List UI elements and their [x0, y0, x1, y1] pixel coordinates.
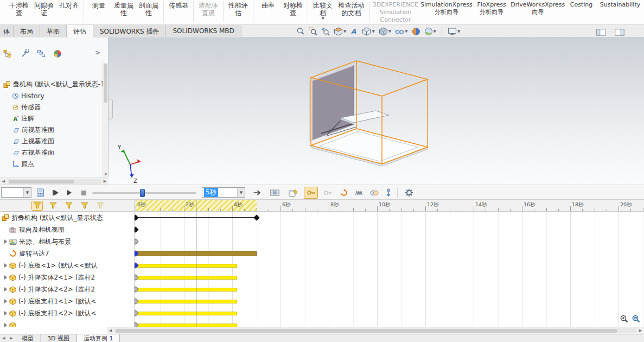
ribbon-tool-button[interactable]: 间隙验证 [31, 0, 56, 24]
ribbon-tool-button[interactable]: 曲率 [256, 0, 280, 24]
featuremanager-tab-icon[interactable] [3, 49, 13, 59]
change-bar[interactable] [136, 276, 237, 280]
scroll-left-arrow-icon[interactable]: ◀ [0, 179, 7, 183]
motion-tree-row[interactable]: (-) 升降实体2<1> (连杆2 [0, 271, 134, 283]
ribbon-tool-button[interactable]: 孔对齐 [56, 0, 81, 24]
feature-tree-item[interactable]: 前视基准面 [0, 124, 103, 136]
expand-arrow-icon[interactable] [2, 323, 9, 327]
playback-speed-slider[interactable] [92, 192, 196, 194]
timeline-row[interactable] [135, 248, 644, 259]
propertymanager-tab-icon[interactable] [21, 49, 29, 59]
feature-tree-vertical-scrollbar[interactable]: ▼ [103, 62, 108, 178]
expand-arrow-icon[interactable] [2, 311, 9, 315]
command-tab[interactable]: 评估 [67, 25, 93, 37]
motion-tree-row[interactable]: 视向及相机视图 [0, 224, 134, 236]
view-orientation-button[interactable]: ▼ [362, 26, 374, 36]
expand-arrow-icon[interactable] [2, 299, 9, 303]
scrollbar-track[interactable] [114, 328, 636, 333]
change-bar[interactable] [136, 288, 237, 292]
configurationmanager-tab-icon[interactable] [37, 49, 46, 59]
feature-tree-horizontal-scrollbar[interactable]: ◀ ▶ [0, 178, 109, 185]
change-bar[interactable] [136, 264, 237, 268]
slider-thumb[interactable] [140, 189, 145, 197]
previous-view-button[interactable] [321, 26, 330, 36]
command-tab[interactable]: SOLIDWORKS MBD [166, 25, 241, 37]
timeline-row[interactable] [135, 295, 644, 307]
ribbon-tool-button[interactable]: 装配体直观 [196, 0, 221, 24]
scroll-right-arrow-icon[interactable]: ▶ [101, 179, 109, 183]
expand-arrow-icon[interactable] [2, 239, 9, 244]
ribbon-tool-button[interactable]: 性能评估 [226, 0, 251, 24]
play-button[interactable] [63, 187, 76, 199]
filter-selected-button[interactable] [79, 201, 90, 211]
feature-tree-item[interactable]: A注解 [0, 113, 103, 124]
ribbon-addin-button[interactable]: SimulationXpress 分析向导 [419, 0, 474, 24]
filter-results-button[interactable] [94, 201, 106, 211]
command-tab[interactable]: SOLIDWORKS 插件 [93, 25, 166, 37]
timeline-row[interactable] [135, 224, 644, 236]
save-animation-button[interactable] [268, 187, 281, 199]
timeline-horizontal-scrollbar[interactable]: ◀ ▶ [107, 327, 644, 334]
ribbon-tool-button[interactable]: 干涉检查 [7, 0, 31, 24]
ribbon-tool-button[interactable]: 传感器 [166, 0, 191, 24]
command-tab[interactable]: 草图 [40, 25, 67, 37]
document-tab[interactable]: 3D 视图 [41, 334, 76, 342]
motion-tree-row[interactable]: 旋转马达7 [0, 248, 134, 259]
ribbon-addin-button[interactable]: Sustainability [596, 0, 644, 24]
playback-mode-button[interactable] [248, 187, 266, 199]
command-tab[interactable]: 布局 [14, 25, 40, 37]
ribbon-tool-button[interactable]: 质量属性 [111, 0, 136, 24]
play-from-start-button[interactable] [49, 187, 62, 199]
zoom-area-button[interactable] [309, 26, 317, 36]
timeline-area[interactable] [135, 212, 644, 327]
study-properties-button[interactable] [403, 187, 416, 199]
autokey-button[interactable] [304, 187, 318, 199]
stop-button[interactable] [77, 187, 90, 199]
display-style-button[interactable]: ▼ [379, 26, 391, 36]
document-tab[interactable]: 运动算例 1 [76, 334, 120, 342]
feature-tree-item[interactable]: 原点 [0, 159, 103, 170]
section-view-button[interactable]: ▼ [334, 26, 346, 36]
scrollbar-track[interactable] [8, 179, 101, 184]
key-point[interactable] [253, 214, 259, 220]
scroll-right-arrow-icon[interactable]: ▶ [637, 328, 644, 333]
motion-tree-row[interactable]: (-) 升降实体2<2> (连杆2 [0, 283, 134, 295]
key-point[interactable] [135, 214, 139, 220]
ribbon-tool-button[interactable]: 检查活动的文档 [335, 0, 367, 24]
expand-arrow-icon[interactable] [2, 275, 9, 280]
key-point[interactable] [135, 226, 139, 232]
ribbon-tool-button[interactable]: 比较文档▼ [310, 0, 335, 24]
edit-appearance-button[interactable] [412, 26, 420, 36]
ribbon-addin-button[interactable]: FloXpress 分析向导 [474, 0, 509, 24]
spring-button[interactable] [353, 187, 366, 199]
panel-flyout-chevron-icon[interactable]: > [95, 49, 100, 56]
ribbon-addin-button[interactable]: Costing [566, 0, 596, 24]
time-display-combo[interactable]: 5秒 ▼ [202, 187, 245, 198]
motion-tree-row[interactable] [0, 319, 134, 327]
hide-show-items-button[interactable]: ▼ [395, 26, 407, 36]
tab-scroll-right-icon[interactable]: ▶ [8, 334, 15, 342]
animation-wizard-button[interactable] [286, 187, 299, 199]
filter-driving-button[interactable] [63, 201, 74, 211]
ribbon-addin-button[interactable]: 3DEXPERIENCE Simulation Connector [372, 0, 419, 24]
command-tab[interactable]: 体 [0, 25, 14, 37]
scrollbar-thumb[interactable] [104, 64, 107, 103]
feature-tree-root[interactable]: 叠机构 (默认<默认_显示状态-1>) [0, 79, 103, 90]
timeline-row[interactable] [135, 236, 644, 248]
ribbon-tool-button[interactable]: 测量 [86, 0, 111, 24]
tab-scroll-left-icon[interactable]: ◀ [0, 334, 8, 342]
timeline-zoom-fit-button[interactable] [632, 314, 641, 324]
scroll-left-arrow-icon[interactable]: ◀ [107, 328, 114, 333]
document-tab[interactable]: 模型 [15, 334, 41, 342]
feature-tree-item[interactable]: 上视基准面 [0, 136, 103, 147]
timeline-row[interactable] [135, 259, 644, 271]
feature-tree-item[interactable]: 传感器 [0, 102, 103, 113]
motion-tree-row[interactable]: 折叠机构 (默认<默认_显示状态 [0, 212, 134, 224]
motion-tree-row[interactable]: (-) 底板<1> (默认<<默认 [0, 259, 134, 271]
ribbon-addin-button[interactable]: DriveWorksXpress 向导 [509, 0, 566, 24]
timeline-current-time-marker[interactable] [196, 200, 196, 327]
scroll-down-arrow-icon[interactable]: ▼ [103, 171, 109, 178]
change-bar[interactable] [136, 312, 237, 315]
scrollbar-thumb[interactable] [116, 329, 617, 333]
zoom-fit-button[interactable] [296, 26, 305, 36]
